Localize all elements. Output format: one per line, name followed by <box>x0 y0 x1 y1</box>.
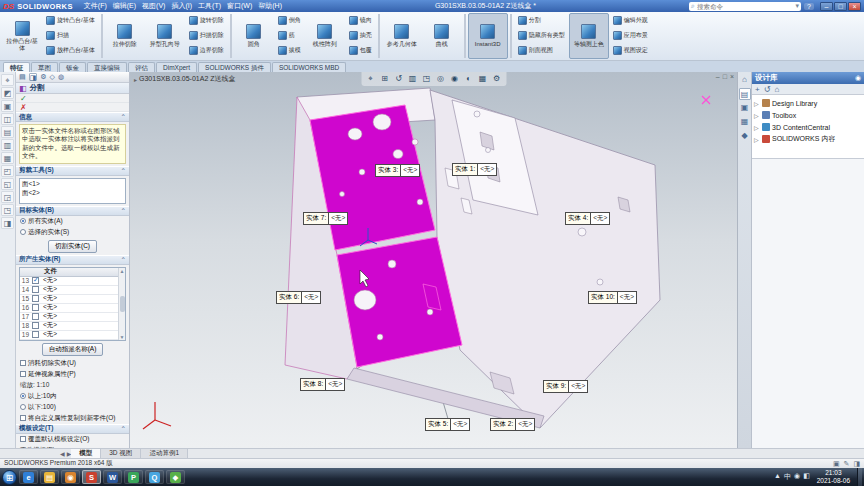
radio-scale-below[interactable]: 以下:100) <box>16 402 129 413</box>
row-file-value[interactable]: <无> <box>41 321 118 330</box>
filter-toolbar-icon[interactable]: ▦ <box>1 152 14 164</box>
manager-tab-icon[interactable]: ◇ <box>50 73 55 81</box>
row-file-value[interactable]: <无> <box>41 312 118 321</box>
ribbon-button[interactable]: 包覆 <box>345 43 376 58</box>
radio-selected-bodies[interactable]: 选择的实体(S) <box>16 227 129 238</box>
body-callout[interactable]: 实体 2:<无> <box>490 418 535 431</box>
menu-item[interactable]: 工具(T) <box>198 1 221 11</box>
body-callout[interactable]: 实体 8:<无> <box>300 378 345 391</box>
callout-value[interactable]: <无> <box>478 163 497 176</box>
library-tree-item[interactable]: ▷Design Library <box>754 97 862 109</box>
body-callout[interactable]: 实体 7:<无> <box>303 212 348 225</box>
row-file-value[interactable]: <无> <box>41 276 118 285</box>
task-pane-tab-icon[interactable]: ▤ <box>739 88 751 100</box>
task-pane-tab-icon[interactable]: ⌂ <box>739 74 751 86</box>
target-bodies-group-header[interactable]: 目标实体(B)⌃ <box>16 206 129 216</box>
ribbon-button[interactable]: 旋转凸台/基体 <box>42 13 99 28</box>
callout-value[interactable]: <无> <box>516 418 535 431</box>
row-checkbox[interactable] <box>32 331 39 338</box>
body-callout[interactable]: 实体 4:<无> <box>565 212 610 225</box>
search-input[interactable] <box>697 3 794 10</box>
filter-toolbar-icon[interactable]: ◫ <box>1 113 14 125</box>
ribbon-button[interactable]: 镜向 <box>345 13 376 28</box>
ribbon-button[interactable]: 参考几何体 <box>382 13 422 59</box>
template-settings-group-header[interactable]: 模板设定(T)⌃ <box>16 424 129 434</box>
override-template-checkbox[interactable]: 覆盖默认模板设定(O) <box>16 434 129 445</box>
callout-value[interactable]: <无> <box>302 291 321 304</box>
ribbon-button[interactable]: 剖面视图 <box>514 43 569 58</box>
commandmanager-tab[interactable]: 草图 <box>31 62 58 72</box>
library-toolbar-icon[interactable]: + <box>755 85 760 93</box>
manager-tab-icon[interactable]: ▤ <box>19 73 26 81</box>
start-button[interactable]: ⊞ <box>2 470 17 485</box>
cut-bodies-button[interactable]: 切割实体(C) <box>48 240 97 253</box>
taskbar-app-icon[interactable]: P <box>124 470 143 484</box>
tray-icon[interactable]: 中 <box>784 472 791 482</box>
taskbar-app-icon[interactable]: ◉ <box>61 470 80 484</box>
body-callout[interactable]: 实体 5:<无> <box>425 418 470 431</box>
taskbar-app-icon[interactable]: ▤ <box>40 470 59 484</box>
menu-item[interactable]: 文件(F) <box>84 1 107 11</box>
body-callout[interactable]: 实体 10:<无> <box>588 291 637 304</box>
ribbon-button[interactable]: 编辑外观 <box>609 13 652 28</box>
taskbar-app-icon[interactable]: S <box>82 470 101 484</box>
search-dropdown-icon[interactable]: ▾ <box>795 2 799 10</box>
filter-toolbar-icon[interactable]: ◲ <box>1 191 14 203</box>
taskbar-app-icon[interactable]: ◆ <box>166 470 185 484</box>
ribbon-button[interactable]: 筋 <box>274 28 305 43</box>
commandmanager-tab[interactable]: SOLIDWORKS 插件 <box>198 62 271 72</box>
document-tab[interactable]: 3D 视图 <box>101 449 141 458</box>
callout-value[interactable]: <无> <box>569 380 588 393</box>
ribbon-button[interactable]: 扫描切除 <box>185 28 228 43</box>
callout-value[interactable]: <无> <box>591 212 610 225</box>
library-toolbar-icon[interactable]: ⌂ <box>774 85 779 93</box>
task-pane-tab-icon[interactable]: ▣ <box>739 102 751 114</box>
consume-bodies-checkbox[interactable]: 消耗切除实体(U) <box>16 358 129 369</box>
library-tree-item[interactable]: ▷SOLIDWORKS 内容 <box>754 133 862 145</box>
tray-icon[interactable]: ◉ <box>794 472 800 482</box>
filter-toolbar-icon[interactable]: ◳ <box>1 204 14 216</box>
copy-properties-checkbox[interactable]: 将自定义属性复制到新零件(O) <box>16 413 129 424</box>
ribbon-button[interactable]: 拉伸凸台/基体 <box>2 13 42 59</box>
row-file-value[interactable]: <无> <box>41 294 118 303</box>
tray-icon[interactable]: ◧ <box>803 472 810 482</box>
ribbon-button[interactable]: 倒角 <box>274 13 305 28</box>
document-tab[interactable]: 模型 <box>71 449 101 458</box>
table-scrollbar[interactable]: ▲▼ <box>118 268 125 340</box>
message-group-header[interactable]: 信息⌃ <box>16 112 129 122</box>
menu-item[interactable]: 插入(I) <box>171 1 192 11</box>
menu-item[interactable]: 视图(V) <box>142 1 165 11</box>
ribbon-button[interactable]: 边界切除 <box>185 43 228 58</box>
radio-all-bodies[interactable]: 所有实体(A) <box>16 216 129 227</box>
auto-assign-names-button[interactable]: 自动指派名称(A) <box>42 343 104 356</box>
row-file-value[interactable]: <无> <box>41 285 118 294</box>
menu-item[interactable]: 编辑(E) <box>113 1 136 11</box>
expander-icon[interactable]: ▷ <box>754 100 760 107</box>
ribbon-button[interactable]: 圆角 <box>234 13 274 59</box>
ribbon-button[interactable]: 应用布景 <box>609 28 652 43</box>
callout-value[interactable]: <无> <box>326 378 345 391</box>
table-row[interactable]: 19<无> <box>20 331 118 340</box>
row-checkbox[interactable] <box>32 286 39 293</box>
callout-value[interactable]: <无> <box>329 212 348 225</box>
body-callout[interactable]: 实体 9:<无> <box>543 380 588 393</box>
row-checkbox[interactable] <box>32 277 39 284</box>
manager-tab-icon[interactable]: ⚙ <box>40 73 46 81</box>
trim-tools-group-header[interactable]: 剪裁工具(S)⌃ <box>16 166 129 176</box>
callout-value[interactable]: <无> <box>618 291 637 304</box>
task-pane-tab-icon[interactable]: ▦ <box>739 116 751 128</box>
ribbon-button[interactable]: 旋转切除 <box>185 13 228 28</box>
taskbar-clock[interactable]: 21:03 2021-08-06 <box>813 469 854 485</box>
pin-icon[interactable]: ◉ <box>855 74 861 82</box>
ok-button[interactable]: ✓ <box>20 94 27 103</box>
status-icon[interactable]: ◨ <box>853 460 860 468</box>
ribbon-button[interactable]: 分割 <box>514 13 569 28</box>
taskbar-app-icon[interactable]: Q <box>145 470 164 484</box>
library-tree-item[interactable]: ▷Toolbox <box>754 109 862 121</box>
manager-tab-icon[interactable]: ◨ <box>29 73 38 81</box>
commandmanager-tab[interactable]: DimXpert <box>156 62 197 72</box>
library-toolbar-icon[interactable]: ↺ <box>764 85 771 93</box>
filter-toolbar-icon[interactable]: ◩ <box>1 87 14 99</box>
body-callout[interactable]: 实体 6:<无> <box>276 291 321 304</box>
tab-scroll-arrows[interactable]: ◀▶ <box>60 450 71 457</box>
